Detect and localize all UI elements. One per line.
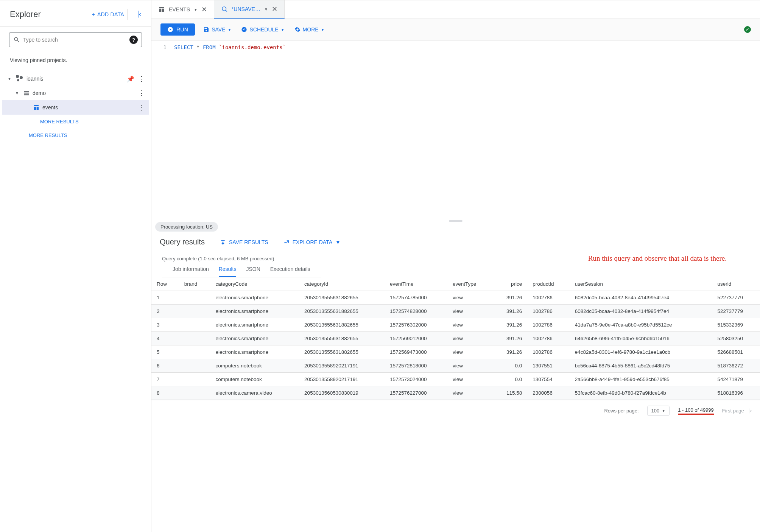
close-icon[interactable]: ✕	[201, 5, 207, 14]
results-table-wrap[interactable]: Row brand categoryCode categoryId eventT…	[151, 277, 760, 400]
results-panel: Processing location: US Query results SA…	[151, 222, 760, 421]
save-label: SAVE	[212, 26, 225, 33]
caret-down-icon: ▾	[14, 90, 20, 96]
cell-brand	[179, 291, 210, 305]
more-results-outer[interactable]: MORE RESULTS	[2, 128, 149, 142]
more-label: MORE	[303, 26, 319, 33]
close-icon[interactable]: ✕	[272, 5, 277, 13]
run-button[interactable]: RUN	[160, 23, 195, 36]
search-input-wrapper[interactable]: ?	[9, 32, 142, 47]
save-results-label: SAVE RESULTS	[229, 239, 268, 245]
sql-code[interactable]: SELECT * FROM `ioannis.demo.events`	[174, 44, 286, 50]
tab-unsaved[interactable]: *UNSAVE… ▼ ✕	[214, 0, 285, 19]
col-userid[interactable]: userid	[712, 277, 760, 291]
col-row[interactable]: Row	[151, 277, 179, 291]
add-data-button[interactable]: + ADD DATA	[89, 9, 128, 20]
cell-row: 1	[151, 291, 179, 305]
col-eventTime[interactable]: eventTime	[385, 277, 447, 291]
pager: Rows per page: 100 ▼ 1 - 100 of 49999 Fi…	[151, 400, 760, 421]
col-brand[interactable]: brand	[179, 277, 210, 291]
chevron-down-icon[interactable]: ▼	[264, 7, 268, 11]
more-results-inner[interactable]: MORE RESULTS	[2, 115, 149, 128]
tab-events[interactable]: EVENTS ▼ ✕	[151, 0, 214, 19]
col-productId[interactable]: productId	[527, 277, 570, 291]
table-row[interactable]: 2electronics.smartphone20530135556318826…	[151, 305, 760, 318]
cell-eventType: view	[447, 359, 492, 373]
project-kebab-icon[interactable]: ⋮	[138, 76, 145, 81]
cell-userSession: 2a566bb8-a449-4fe1-959d-e553cb676f85	[570, 373, 712, 386]
cell-price: 0.0	[493, 359, 528, 373]
save-results-button[interactable]: SAVE RESULTS	[220, 239, 268, 245]
col-categoryId[interactable]: categoryId	[299, 277, 385, 291]
search-icon	[13, 36, 20, 43]
cell-brand	[179, 359, 210, 373]
tab-json[interactable]: JSON	[246, 266, 260, 277]
main-panel: EVENTS ▼ ✕ *UNSAVE… ▼ ✕ RUN SAVE ▼	[151, 0, 760, 532]
col-categoryCode[interactable]: categoryCode	[210, 277, 299, 291]
explore-data-label: EXPLORE DATA	[293, 239, 332, 245]
resource-tree: ▾ ioannis 📌 ⋮ ▾ demo ⋮ events ⋮ MORE RES…	[0, 69, 151, 144]
project-node[interactable]: ▾ ioannis 📌 ⋮	[2, 72, 149, 86]
cell-productId: 1307554	[527, 373, 570, 386]
table-row[interactable]: 3electronics.smartphone20530135556318826…	[151, 318, 760, 332]
chevron-down-icon[interactable]: ▼	[194, 8, 198, 12]
cell-eventTime: 1572569473000	[385, 345, 447, 359]
table-row[interactable]: 5electronics.smartphone20530135556318826…	[151, 345, 760, 359]
cell-eventType: view	[447, 291, 492, 305]
result-tabs: Job information Results JSON Execution d…	[162, 261, 321, 277]
dataset-node[interactable]: ▾ demo ⋮	[2, 86, 149, 100]
table-row[interactable]: 1electronics.smartphone20530135556318826…	[151, 291, 760, 305]
search-input[interactable]	[23, 37, 129, 43]
chevron-down-icon: ▼	[335, 239, 341, 245]
table-node[interactable]: events ⋮	[2, 100, 149, 115]
search-help-icon[interactable]: ?	[129, 36, 138, 44]
table-icon	[158, 6, 165, 13]
table-row[interactable]: 6computers.notebook205301355892021719115…	[151, 359, 760, 373]
tab-job-information[interactable]: Job information	[173, 266, 209, 277]
sql-editor[interactable]: 1 SELECT * FROM `ioannis.demo.events`	[151, 40, 760, 222]
table-icon	[33, 104, 39, 110]
page-range: 1 - 100 of 49999	[678, 407, 714, 415]
table-row[interactable]: 8electronics.camera.video205301356053083…	[151, 386, 760, 400]
viewing-label: Viewing pinned projects.	[0, 49, 151, 69]
table-row[interactable]: 7computers.notebook205301355892021719115…	[151, 373, 760, 386]
first-page-button[interactable]: First page ⎹‹	[722, 408, 752, 414]
drag-handle[interactable]	[151, 220, 760, 222]
cell-eventTime: 1572572818000	[385, 359, 447, 373]
line-number: 1	[151, 44, 174, 50]
chevron-down-icon: ▼	[662, 409, 665, 413]
cell-productId: 1002786	[527, 318, 570, 332]
col-userSession[interactable]: userSession	[570, 277, 712, 291]
dataset-kebab-icon[interactable]: ⋮	[138, 90, 145, 96]
validation-ok-icon	[744, 26, 751, 33]
cell-brand	[179, 305, 210, 318]
cell-userSession: 6082dc05-bcaa-4032-8e4a-414f9954f7e4	[570, 291, 712, 305]
cell-eventType: view	[447, 318, 492, 332]
more-button[interactable]: MORE ▼	[293, 24, 326, 35]
cell-eventTime: 1572574828000	[385, 305, 447, 318]
table-kebab-icon[interactable]: ⋮	[138, 105, 145, 110]
tab-results[interactable]: Results	[219, 266, 237, 277]
save-icon	[203, 26, 209, 33]
cell-price: 391.26	[493, 332, 528, 345]
col-price[interactable]: price	[493, 277, 528, 291]
tab-unsaved-label: *UNSAVE…	[232, 6, 260, 12]
cell-categoryId: 2053013558920217191	[299, 373, 385, 386]
schedule-button[interactable]: SCHEDULE ▼	[240, 24, 286, 35]
pin-icon[interactable]: 📌	[127, 75, 134, 82]
collapse-sidebar-button[interactable]: ⎹‹	[130, 9, 144, 20]
cell-eventTime: 1572573024000	[385, 373, 447, 386]
col-eventType[interactable]: eventType	[447, 277, 492, 291]
rows-per-page-select[interactable]: 100 ▼	[647, 406, 670, 416]
dataset-label: demo	[33, 90, 138, 96]
cell-categoryCode: electronics.smartphone	[210, 332, 299, 345]
explore-data-button[interactable]: EXPLORE DATA ▼	[283, 239, 341, 245]
save-button[interactable]: SAVE ▼	[202, 24, 233, 35]
table-row[interactable]: 4electronics.smartphone20530135556318826…	[151, 332, 760, 345]
tab-events-label: EVENTS	[169, 6, 190, 12]
svg-point-0	[222, 7, 226, 11]
tab-execution-details[interactable]: Execution details	[270, 266, 310, 277]
chevron-first-icon: ⎹‹	[746, 408, 752, 414]
cell-brand	[179, 386, 210, 400]
cell-categoryId: 2053013555631882655	[299, 291, 385, 305]
